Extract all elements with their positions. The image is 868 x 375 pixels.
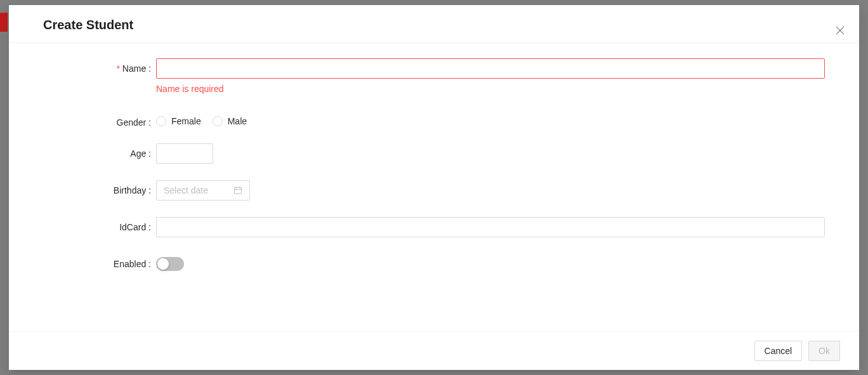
radio-icon [213,116,223,126]
gender-radio-group: Female Male [156,112,825,126]
name-label: *Name : [43,58,156,76]
calendar-icon [233,186,242,195]
modal-header: Create Student [9,5,859,43]
modal-body: *Name : Name is required Gender : Female [9,43,859,331]
idcard-label: IdCard : [43,217,156,234]
required-mark-icon: * [116,63,119,74]
form-row-age: Age : [43,143,825,164]
form-row-idcard: IdCard : [43,217,825,237]
modal-title: Create Student [43,18,825,32]
switch-handle-icon [157,258,169,270]
form-row-name: *Name : Name is required [43,58,825,96]
form-row-gender: Gender : Female Male [43,112,825,129]
ok-button[interactable]: Ok [808,341,840,361]
age-label: Age : [43,143,156,161]
birthday-label: Birthday : [43,180,156,197]
name-input[interactable] [156,58,825,79]
name-error-message: Name is required [156,82,825,96]
create-student-modal: Create Student *Name : Name is required … [9,5,859,370]
enabled-label: Enabled : [43,254,156,271]
age-input[interactable] [156,143,213,164]
close-button[interactable] [832,23,848,38]
close-icon [836,26,845,35]
gender-label: Gender : [43,112,156,129]
cancel-button[interactable]: Cancel [754,341,803,361]
enabled-switch[interactable] [156,257,184,271]
svg-rect-2 [235,188,242,194]
datepicker-placeholder: Select date [164,185,208,195]
gender-radio-male[interactable]: Male [213,116,247,126]
form-row-birthday: Birthday : Select date [43,180,825,201]
birthday-datepicker[interactable]: Select date [156,180,250,201]
form-row-enabled: Enabled : [43,254,825,273]
modal-footer: Cancel Ok [9,331,859,370]
background-accent [0,13,8,32]
gender-radio-female[interactable]: Female [156,116,201,126]
radio-icon [156,116,166,126]
idcard-input[interactable] [156,217,825,237]
